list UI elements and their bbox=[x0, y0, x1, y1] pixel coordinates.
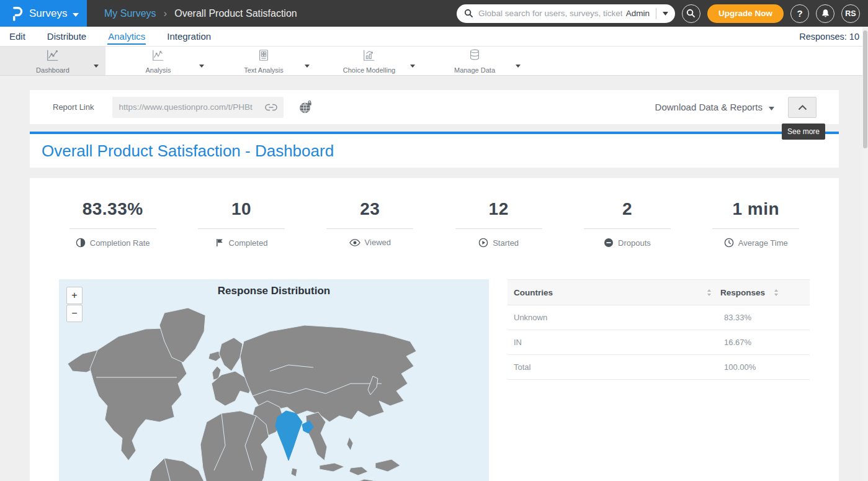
breadcrumb-my-surveys[interactable]: My Surveys bbox=[104, 8, 156, 19]
chevron-down-icon[interactable] bbox=[305, 59, 310, 70]
country-cell: Unknown bbox=[514, 313, 547, 322]
stat-average-time: 1 min Average Time bbox=[692, 199, 820, 248]
completion-rate-icon bbox=[76, 238, 86, 248]
scrollbar-thumb[interactable] bbox=[863, 30, 867, 148]
report-link-label: Report Link bbox=[53, 102, 94, 112]
table-header: Countries Responses bbox=[508, 279, 810, 305]
tab-distribute[interactable]: Distribute bbox=[47, 29, 87, 45]
stat-value: 10 bbox=[231, 199, 251, 219]
chevron-down-icon[interactable] bbox=[410, 59, 415, 70]
analytics-toolbar: Dashboard Analysis Text Analysis Choice … bbox=[0, 47, 868, 76]
collapse-report-bar-button[interactable] bbox=[788, 97, 817, 118]
stat-value: 1 min bbox=[732, 199, 779, 219]
search-button[interactable] bbox=[682, 4, 700, 23]
toolbar-item-label: Text Analysis bbox=[244, 66, 284, 74]
stat-label: Completion Rate bbox=[90, 238, 150, 248]
help-button[interactable]: ? bbox=[790, 4, 809, 23]
breadcrumb-separator: › bbox=[164, 7, 168, 20]
dashboard-card: 83.33% Completion Rate 10 Completed 23 V… bbox=[30, 178, 839, 481]
surveys-product-menu[interactable]: Surveys bbox=[0, 0, 87, 27]
world-map bbox=[59, 297, 489, 481]
column-header-countries[interactable]: Countries bbox=[514, 288, 553, 297]
country-cell: IN bbox=[514, 338, 522, 347]
toolbar-item-label: Dashboard bbox=[36, 66, 69, 74]
stat-viewed: 23 Viewed bbox=[306, 199, 434, 248]
search-icon bbox=[464, 9, 473, 18]
column-header-responses[interactable]: Responses bbox=[720, 288, 765, 297]
avatar[interactable]: RS bbox=[841, 4, 860, 23]
breadcrumb-current-survey: Overall Product Satisfaction bbox=[174, 8, 297, 19]
toolbar-item-text-analysis[interactable]: Text Analysis bbox=[211, 47, 316, 75]
toolbar-item-label: Analysis bbox=[146, 66, 171, 74]
stat-completed: 10 Completed bbox=[177, 199, 305, 248]
divider bbox=[455, 228, 542, 229]
stats-row: 83.33% Completion Rate 10 Completed 23 V… bbox=[30, 178, 839, 248]
text-analysis-icon bbox=[257, 48, 271, 65]
toolbar-item-manage-data[interactable]: Manage Data bbox=[422, 47, 527, 75]
country-cell: Total bbox=[514, 362, 530, 372]
stat-label: Viewed bbox=[365, 238, 391, 247]
responses-count: Responses: 10 bbox=[799, 32, 859, 42]
eye-icon bbox=[349, 239, 360, 246]
divider bbox=[712, 228, 799, 229]
table-row: IN 16.67% bbox=[508, 330, 810, 355]
stat-started: 12 Started bbox=[434, 199, 563, 248]
divider bbox=[326, 228, 413, 229]
countries-table: Countries Responses Unknown 83.33% IN 16… bbox=[508, 279, 810, 380]
report-bar-actions: Download Data & Reports bbox=[655, 97, 817, 118]
download-data-reports-menu[interactable]: Download Data & Reports bbox=[655, 102, 774, 112]
clock-icon bbox=[724, 238, 734, 248]
toolbar-item-dashboard[interactable]: Dashboard bbox=[0, 47, 105, 75]
toolbar-item-analysis[interactable]: Analysis bbox=[105, 47, 211, 75]
responses-cell: 16.67% bbox=[724, 338, 803, 347]
responses-cell: 100.00% bbox=[724, 362, 803, 372]
map-zoom-in-button[interactable]: + bbox=[66, 287, 83, 304]
divider bbox=[584, 228, 671, 229]
stat-dropouts: 2 Dropouts bbox=[563, 199, 691, 248]
global-search-input[interactable] bbox=[478, 9, 622, 18]
title-card: Overall Product Satisfaction - Dashboard bbox=[30, 132, 839, 168]
vertical-scrollbar bbox=[862, 27, 868, 481]
sort-icon[interactable] bbox=[774, 289, 779, 296]
map-zoom-controls: + − bbox=[66, 287, 83, 322]
play-icon bbox=[478, 238, 488, 248]
map-zoom-out-button[interactable]: − bbox=[66, 305, 83, 322]
breadcrumb: My Surveys › Overall Product Satisfactio… bbox=[104, 7, 297, 20]
minus-circle-icon bbox=[604, 238, 614, 248]
survey-nav: Edit Distribute Analytics Integration Re… bbox=[0, 27, 868, 47]
stat-value: 83.33% bbox=[83, 199, 143, 219]
bell-icon bbox=[821, 9, 830, 18]
tab-edit[interactable]: Edit bbox=[9, 29, 26, 45]
sort-icon[interactable] bbox=[707, 289, 712, 296]
chevron-up-icon bbox=[798, 102, 807, 113]
map-title: Response Distribution bbox=[59, 285, 489, 297]
questionpro-logo-icon bbox=[10, 6, 24, 22]
chevron-down-icon[interactable] bbox=[199, 59, 204, 70]
toolbar-item-label: Manage Data bbox=[454, 66, 495, 74]
upgrade-now-button[interactable]: Upgrade Now bbox=[707, 4, 784, 23]
stat-label: Dropouts bbox=[618, 238, 651, 248]
chevron-down-icon[interactable] bbox=[516, 59, 521, 70]
tab-integration[interactable]: Integration bbox=[166, 29, 212, 45]
search-scope-caret-icon[interactable] bbox=[656, 4, 675, 23]
chevron-down-icon bbox=[769, 102, 774, 112]
notifications-button[interactable] bbox=[816, 4, 834, 23]
report-link-bar: Report Link Download Data & Reports bbox=[30, 90, 839, 124]
globe-lock-icon[interactable] bbox=[298, 100, 313, 114]
report-url-input[interactable] bbox=[119, 102, 261, 112]
product-name: Surveys bbox=[29, 7, 67, 20]
link-icon[interactable] bbox=[265, 104, 277, 111]
search-scope-admin[interactable]: Admin bbox=[626, 9, 650, 18]
table-row: Unknown 83.33% bbox=[508, 305, 810, 330]
chevron-down-icon bbox=[73, 8, 79, 19]
table-row: Total 100.00% bbox=[508, 355, 810, 380]
stat-value: 12 bbox=[489, 199, 509, 219]
stat-value: 23 bbox=[360, 199, 380, 219]
choice-modelling-icon bbox=[362, 48, 376, 65]
divider bbox=[69, 228, 156, 229]
chevron-down-icon[interactable] bbox=[94, 59, 99, 70]
analysis-chart-icon bbox=[151, 48, 165, 65]
tab-analytics[interactable]: Analytics bbox=[107, 29, 146, 45]
toolbar-item-choice-modelling[interactable]: Choice Modelling bbox=[316, 47, 422, 75]
page-title: Overall Product Satisfaction - Dashboard bbox=[42, 142, 334, 161]
